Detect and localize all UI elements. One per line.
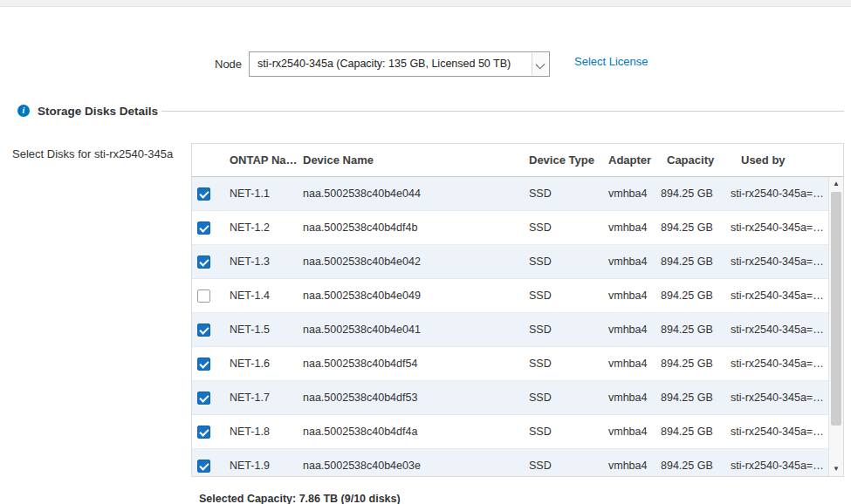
cell-capacity: 894.25 GB bbox=[661, 381, 713, 415]
cell-ontap-name: NET-1.5 bbox=[230, 313, 270, 347]
cell-ontap-name: NET-1.2 bbox=[230, 211, 270, 245]
cell-device-name: naa.5002538c40b4df4a bbox=[303, 415, 417, 449]
cell-ontap-name: NET-1.7 bbox=[230, 381, 270, 415]
cell-adapter: vmhba4 bbox=[608, 279, 647, 313]
node-select-dropdown[interactable]: sti-rx2540-345a (Capacity: 135 GB, Licen… bbox=[249, 51, 550, 77]
top-strip bbox=[0, 0, 851, 7]
chevron-down-icon[interactable] bbox=[532, 53, 548, 75]
cell-used-by: sti-rx2540-345a=… bbox=[731, 211, 823, 245]
cell-device-type: SSD bbox=[529, 211, 552, 245]
cell-ontap-name: NET-1.3 bbox=[230, 245, 270, 279]
cell-capacity: 894.25 GB bbox=[661, 279, 713, 313]
cell-adapter: vmhba4 bbox=[608, 449, 647, 477]
info-icon: i bbox=[17, 105, 30, 117]
row-checkbox[interactable] bbox=[197, 221, 210, 235]
disk-table: ONTAP Na… Device Name Device Type Adapte… bbox=[191, 143, 844, 477]
section-divider bbox=[161, 111, 844, 112]
table-scrollbar[interactable]: ▲ ▼ bbox=[828, 177, 843, 476]
scroll-down-icon[interactable]: ▼ bbox=[829, 462, 843, 476]
node-selected-value: sti-rx2540-345a (Capacity: 135 GB, Licen… bbox=[257, 52, 511, 76]
select-license-link[interactable]: Select License bbox=[574, 55, 649, 68]
cell-device-name: naa.5002538c40b4df54 bbox=[303, 347, 417, 381]
cell-used-by: sti-rx2540-345a=… bbox=[731, 245, 823, 279]
cell-ontap-name: NET-1.6 bbox=[230, 347, 270, 381]
cell-device-name: naa.5002538c40b4e049 bbox=[303, 279, 421, 313]
cell-capacity: 894.25 GB bbox=[661, 245, 713, 279]
cell-capacity: 894.25 GB bbox=[661, 211, 713, 245]
cell-used-by: sti-rx2540-345a=… bbox=[731, 313, 823, 347]
row-checkbox[interactable] bbox=[197, 289, 210, 303]
cell-used-by: sti-rx2540-345a=… bbox=[731, 279, 823, 313]
cell-capacity: 894.25 GB bbox=[661, 313, 713, 347]
header-adapter: Adapter bbox=[608, 144, 651, 176]
row-checkbox[interactable] bbox=[197, 358, 210, 371]
cell-ontap-name: NET-1.8 bbox=[230, 415, 270, 449]
cell-used-by: sti-rx2540-345a=… bbox=[731, 347, 823, 381]
section-title: Storage Disks Details bbox=[38, 105, 158, 118]
row-checkbox[interactable] bbox=[197, 324, 210, 337]
table-row: NET-1.5 naa.5002538c40b4e041 SSD vmhba4 … bbox=[192, 313, 843, 347]
row-checkbox[interactable] bbox=[197, 426, 210, 439]
row-checkbox[interactable] bbox=[197, 392, 210, 405]
cell-device-name: naa.5002538c40b4e042 bbox=[303, 245, 421, 279]
table-row: NET-1.2 naa.5002538c40b4df4b SSD vmhba4 … bbox=[192, 211, 843, 245]
cell-adapter: vmhba4 bbox=[608, 177, 647, 211]
cell-adapter: vmhba4 bbox=[608, 381, 647, 415]
row-checkbox[interactable] bbox=[197, 255, 210, 269]
cell-device-type: SSD bbox=[529, 245, 552, 279]
select-disks-label: Select Disks for sti-rx2540-345a bbox=[12, 147, 173, 160]
cell-device-type: SSD bbox=[529, 313, 552, 347]
cell-device-type: SSD bbox=[529, 381, 552, 415]
cell-ontap-name: NET-1.1 bbox=[230, 177, 270, 211]
cell-device-name: naa.5002538c40b4df53 bbox=[303, 381, 417, 415]
cell-device-type: SSD bbox=[529, 415, 552, 449]
header-used-by: Used by bbox=[741, 144, 786, 176]
cell-adapter: vmhba4 bbox=[608, 415, 647, 449]
table-row: NET-1.1 naa.5002538c40b4e044 SSD vmhba4 … bbox=[192, 177, 843, 211]
scrollbar-thumb[interactable] bbox=[831, 192, 841, 426]
table-row: NET-1.4 naa.5002538c40b4e049 SSD vmhba4 … bbox=[192, 279, 843, 313]
cell-adapter: vmhba4 bbox=[608, 347, 647, 381]
table-row: NET-1.7 naa.5002538c40b4df53 SSD vmhba4 … bbox=[192, 381, 843, 415]
row-checkbox[interactable] bbox=[197, 187, 210, 201]
header-ontap-name: ONTAP Na… bbox=[230, 144, 298, 176]
disk-table-header: ONTAP Na… Device Name Device Type Adapte… bbox=[192, 144, 843, 177]
cell-ontap-name: NET-1.4 bbox=[230, 279, 270, 313]
cell-ontap-name: NET-1.9 bbox=[230, 449, 270, 477]
cell-device-name: naa.5002538c40b4df4b bbox=[303, 211, 417, 245]
scroll-up-icon[interactable]: ▲ bbox=[829, 177, 843, 191]
selected-capacity-text: Selected Capacity: 7.86 TB (9/10 disks) bbox=[199, 493, 401, 504]
cell-capacity: 894.25 GB bbox=[661, 449, 713, 477]
cell-capacity: 894.25 GB bbox=[661, 415, 713, 449]
cell-used-by: sti-rx2540-345a=… bbox=[731, 415, 823, 449]
cell-device-type: SSD bbox=[529, 347, 552, 381]
row-checkbox[interactable] bbox=[197, 460, 210, 473]
node-label: Node bbox=[215, 58, 242, 71]
cell-adapter: vmhba4 bbox=[608, 211, 647, 245]
cell-device-type: SSD bbox=[529, 279, 552, 313]
cell-adapter: vmhba4 bbox=[608, 245, 647, 279]
cell-device-type: SSD bbox=[529, 449, 552, 477]
cell-adapter: vmhba4 bbox=[608, 313, 647, 347]
table-row: NET-1.6 naa.5002538c40b4df54 SSD vmhba4 … bbox=[192, 347, 843, 381]
cell-device-name: naa.5002538c40b4e041 bbox=[303, 313, 421, 347]
cell-device-type: SSD bbox=[529, 177, 552, 211]
cell-used-by: sti-rx2540-345a=… bbox=[731, 177, 823, 211]
cell-used-by: sti-rx2540-345a=… bbox=[731, 449, 823, 477]
table-row: NET-1.3 naa.5002538c40b4e042 SSD vmhba4 … bbox=[192, 245, 843, 279]
header-capacity: Capacity bbox=[667, 144, 714, 176]
header-device-name: Device Name bbox=[303, 144, 374, 176]
cell-capacity: 894.25 GB bbox=[661, 347, 713, 381]
storage-disks-page: Node sti-rx2540-345a (Capacity: 135 GB, … bbox=[0, 0, 851, 504]
table-row: NET-1.9 naa.5002538c40b4e03e SSD vmhba4 … bbox=[192, 449, 843, 477]
header-device-type: Device Type bbox=[529, 144, 594, 176]
cell-device-name: naa.5002538c40b4e03e bbox=[303, 449, 421, 477]
cell-capacity: 894.25 GB bbox=[661, 177, 713, 211]
cell-used-by: sti-rx2540-345a=… bbox=[731, 381, 823, 415]
table-row: NET-1.8 naa.5002538c40b4df4a SSD vmhba4 … bbox=[192, 415, 843, 449]
disk-table-body: NET-1.1 naa.5002538c40b4e044 SSD vmhba4 … bbox=[192, 177, 843, 477]
cell-device-name: naa.5002538c40b4e044 bbox=[303, 177, 421, 211]
